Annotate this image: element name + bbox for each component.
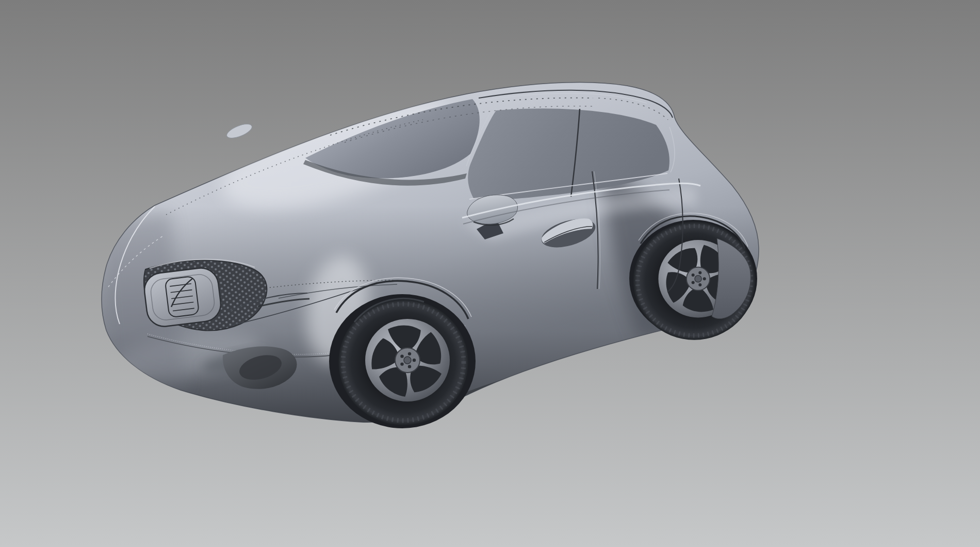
rear-center-cap [695, 276, 701, 282]
render-viewport-3d[interactable] [0, 0, 980, 547]
front-center-cap [404, 357, 411, 364]
seat-badge [142, 266, 223, 329]
car-render-canvas [0, 0, 980, 547]
front-wheel [338, 298, 468, 425]
